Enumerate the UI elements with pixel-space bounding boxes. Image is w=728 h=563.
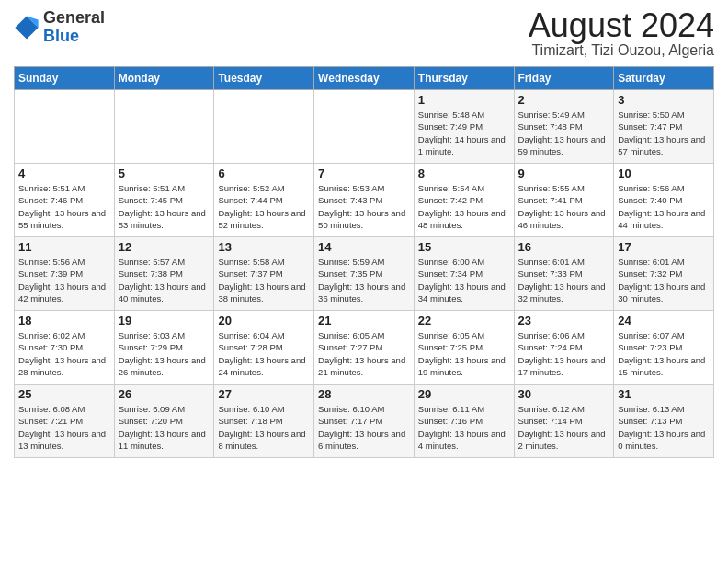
- calendar-cell: 9Sunrise: 5:55 AM Sunset: 7:41 PM Daylig…: [514, 164, 614, 237]
- day-number: 9: [518, 167, 610, 180]
- calendar-header-row: SundayMondayTuesdayWednesdayThursdayFrid…: [15, 67, 714, 90]
- calendar-cell: 4Sunrise: 5:51 AM Sunset: 7:46 PM Daylig…: [15, 164, 115, 237]
- calendar-cell: 11Sunrise: 5:56 AM Sunset: 7:39 PM Dayli…: [15, 237, 115, 311]
- logo: General Blue: [14, 9, 105, 46]
- logo-blue-text: Blue: [43, 27, 79, 45]
- calendar-cell: 22Sunrise: 6:05 AM Sunset: 7:25 PM Dayli…: [414, 311, 514, 385]
- day-number: 22: [418, 314, 510, 327]
- day-info: Sunrise: 6:03 AM Sunset: 7:29 PM Dayligh…: [119, 329, 210, 378]
- calendar-cell: 29Sunrise: 6:11 AM Sunset: 7:16 PM Dayli…: [414, 385, 514, 458]
- day-number: 18: [18, 314, 110, 327]
- calendar-table: SundayMondayTuesdayWednesdayThursdayFrid…: [14, 66, 714, 458]
- day-info: Sunrise: 6:08 AM Sunset: 7:21 PM Dayligh…: [18, 403, 110, 452]
- day-info: Sunrise: 6:01 AM Sunset: 7:33 PM Dayligh…: [518, 256, 610, 304]
- day-header-friday: Friday: [514, 67, 614, 90]
- day-info: Sunrise: 6:04 AM Sunset: 7:28 PM Dayligh…: [218, 329, 310, 378]
- page-subtitle: Timizart, Tizi Ouzou, Algeria: [529, 42, 714, 59]
- day-header-wednesday: Wednesday: [314, 67, 415, 90]
- day-number: 28: [318, 387, 410, 401]
- day-info: Sunrise: 6:12 AM Sunset: 7:14 PM Dayligh…: [518, 403, 610, 452]
- calendar-cell: 21Sunrise: 6:05 AM Sunset: 7:27 PM Dayli…: [314, 311, 415, 385]
- calendar-cell: 2Sunrise: 5:49 AM Sunset: 7:48 PM Daylig…: [514, 90, 614, 164]
- day-number: 14: [318, 240, 410, 254]
- day-header-tuesday: Tuesday: [214, 67, 314, 90]
- calendar-cell: 19Sunrise: 6:03 AM Sunset: 7:29 PM Dayli…: [114, 311, 214, 385]
- calendar-cell: 3Sunrise: 5:50 AM Sunset: 7:47 PM Daylig…: [614, 90, 714, 164]
- day-info: Sunrise: 6:00 AM Sunset: 7:34 PM Dayligh…: [418, 256, 510, 304]
- calendar-cell: 20Sunrise: 6:04 AM Sunset: 7:28 PM Dayli…: [214, 311, 314, 385]
- day-info: Sunrise: 5:49 AM Sunset: 7:48 PM Dayligh…: [518, 109, 610, 157]
- calendar-cell: 15Sunrise: 6:00 AM Sunset: 7:34 PM Dayli…: [414, 237, 514, 311]
- calendar-cell: 30Sunrise: 6:12 AM Sunset: 7:14 PM Dayli…: [514, 385, 614, 458]
- title-block: August 2024 Timizart, Tizi Ouzou, Algeri…: [529, 9, 714, 59]
- day-info: Sunrise: 6:10 AM Sunset: 7:18 PM Dayligh…: [218, 403, 310, 452]
- calendar-cell: 31Sunrise: 6:13 AM Sunset: 7:13 PM Dayli…: [614, 385, 714, 458]
- day-header-sunday: Sunday: [15, 67, 115, 90]
- day-number: 12: [119, 240, 210, 254]
- day-number: 11: [18, 240, 110, 254]
- day-number: 30: [518, 387, 610, 401]
- day-number: 24: [618, 314, 710, 327]
- calendar-cell: 25Sunrise: 6:08 AM Sunset: 7:21 PM Dayli…: [15, 385, 115, 458]
- calendar-cell: 28Sunrise: 6:10 AM Sunset: 7:17 PM Dayli…: [314, 385, 415, 458]
- day-number: 23: [518, 314, 610, 327]
- day-number: 2: [518, 93, 610, 107]
- calendar-cell: 5Sunrise: 5:51 AM Sunset: 7:45 PM Daylig…: [114, 164, 214, 237]
- day-number: 16: [518, 240, 610, 254]
- day-number: 17: [618, 240, 710, 254]
- calendar-week-1: 1Sunrise: 5:48 AM Sunset: 7:49 PM Daylig…: [15, 90, 714, 164]
- calendar-cell: 1Sunrise: 5:48 AM Sunset: 7:49 PM Daylig…: [414, 90, 514, 164]
- day-info: Sunrise: 6:06 AM Sunset: 7:24 PM Dayligh…: [518, 329, 610, 378]
- day-info: Sunrise: 5:51 AM Sunset: 7:45 PM Dayligh…: [119, 182, 210, 231]
- day-number: 15: [418, 240, 510, 254]
- day-info: Sunrise: 6:09 AM Sunset: 7:20 PM Dayligh…: [119, 403, 210, 452]
- day-number: 1: [418, 93, 510, 107]
- day-header-saturday: Saturday: [614, 67, 714, 90]
- day-number: 20: [218, 314, 310, 327]
- day-number: 21: [318, 314, 410, 327]
- calendar-cell: 7Sunrise: 5:53 AM Sunset: 7:43 PM Daylig…: [314, 164, 415, 237]
- day-info: Sunrise: 5:55 AM Sunset: 7:41 PM Dayligh…: [518, 182, 610, 231]
- day-info: Sunrise: 5:59 AM Sunset: 7:35 PM Dayligh…: [318, 256, 410, 304]
- day-number: 7: [318, 167, 410, 180]
- calendar-week-3: 11Sunrise: 5:56 AM Sunset: 7:39 PM Dayli…: [15, 237, 714, 311]
- day-number: 3: [618, 93, 710, 107]
- day-info: Sunrise: 6:05 AM Sunset: 7:25 PM Dayligh…: [418, 329, 510, 378]
- day-number: 25: [18, 387, 110, 401]
- day-number: 26: [119, 387, 210, 401]
- day-info: Sunrise: 5:58 AM Sunset: 7:37 PM Dayligh…: [218, 256, 310, 304]
- day-info: Sunrise: 5:52 AM Sunset: 7:44 PM Dayligh…: [218, 182, 310, 231]
- calendar-cell: 16Sunrise: 6:01 AM Sunset: 7:33 PM Dayli…: [514, 237, 614, 311]
- page-title: August 2024: [529, 9, 714, 42]
- day-number: 8: [418, 167, 510, 180]
- day-number: 5: [119, 167, 210, 180]
- logo-general-text: General: [43, 8, 105, 27]
- calendar-cell: 8Sunrise: 5:54 AM Sunset: 7:42 PM Daylig…: [414, 164, 514, 237]
- day-info: Sunrise: 5:56 AM Sunset: 7:39 PM Dayligh…: [18, 256, 110, 304]
- calendar-cell: 27Sunrise: 6:10 AM Sunset: 7:18 PM Dayli…: [214, 385, 314, 458]
- day-number: 29: [418, 387, 510, 401]
- day-number: 4: [18, 167, 110, 180]
- day-info: Sunrise: 6:07 AM Sunset: 7:23 PM Dayligh…: [618, 329, 710, 378]
- day-info: Sunrise: 6:02 AM Sunset: 7:30 PM Dayligh…: [18, 329, 110, 378]
- calendar-cell: 24Sunrise: 6:07 AM Sunset: 7:23 PM Dayli…: [614, 311, 714, 385]
- calendar-cell: [114, 90, 214, 164]
- day-number: 19: [119, 314, 210, 327]
- calendar-cell: 13Sunrise: 5:58 AM Sunset: 7:37 PM Dayli…: [214, 237, 314, 311]
- day-header-thursday: Thursday: [414, 67, 514, 90]
- day-info: Sunrise: 6:05 AM Sunset: 7:27 PM Dayligh…: [318, 329, 410, 378]
- calendar-cell: 17Sunrise: 6:01 AM Sunset: 7:32 PM Dayli…: [614, 237, 714, 311]
- calendar-cell: [214, 90, 314, 164]
- page-header: General Blue August 2024 Timizart, Tizi …: [14, 9, 714, 59]
- day-info: Sunrise: 5:53 AM Sunset: 7:43 PM Dayligh…: [318, 182, 410, 231]
- calendar-cell: 12Sunrise: 5:57 AM Sunset: 7:38 PM Dayli…: [114, 237, 214, 311]
- calendar-cell: [15, 90, 115, 164]
- calendar-week-4: 18Sunrise: 6:02 AM Sunset: 7:30 PM Dayli…: [15, 311, 714, 385]
- day-info: Sunrise: 6:10 AM Sunset: 7:17 PM Dayligh…: [318, 403, 410, 452]
- day-info: Sunrise: 6:13 AM Sunset: 7:13 PM Dayligh…: [618, 403, 710, 452]
- day-number: 31: [618, 387, 710, 401]
- calendar-week-5: 25Sunrise: 6:08 AM Sunset: 7:21 PM Dayli…: [15, 385, 714, 458]
- calendar-cell: [314, 90, 415, 164]
- day-info: Sunrise: 5:56 AM Sunset: 7:40 PM Dayligh…: [618, 182, 710, 231]
- calendar-cell: 23Sunrise: 6:06 AM Sunset: 7:24 PM Dayli…: [514, 311, 614, 385]
